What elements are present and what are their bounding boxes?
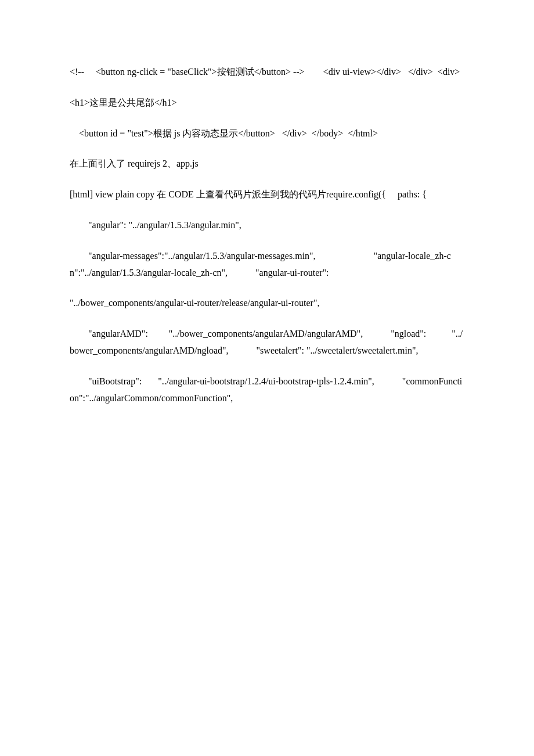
paragraph: 在上面引入了 requirejs 2、app.js <box>70 156 464 172</box>
paragraph: "angular": "../angular/1.5.3/angular.min… <box>70 217 464 234</box>
document-page: <!-- <button ng-click = "baseClick">按钮测试… <box>0 0 534 455</box>
paragraph: "uiBootstrap": "../angular-ui-bootstrap/… <box>70 373 464 407</box>
paragraph: "angularAMD": "../bower_components/angul… <box>70 326 464 359</box>
paragraph: <button id = "test">根据 js 内容动态显示</button… <box>70 125 464 142</box>
paragraph: "../bower_components/angular-ui-router/r… <box>70 295 464 312</box>
paragraph: "angular-messages":"../angular/1.5.3/ang… <box>70 248 464 282</box>
paragraph: <h1>这里是公共尾部</h1> <box>70 95 464 111</box>
paragraph: [html] view plain copy 在 CODE 上查看代码片派生到我… <box>70 186 464 203</box>
paragraph: <!-- <button ng-click = "baseClick">按钮测试… <box>70 64 464 81</box>
